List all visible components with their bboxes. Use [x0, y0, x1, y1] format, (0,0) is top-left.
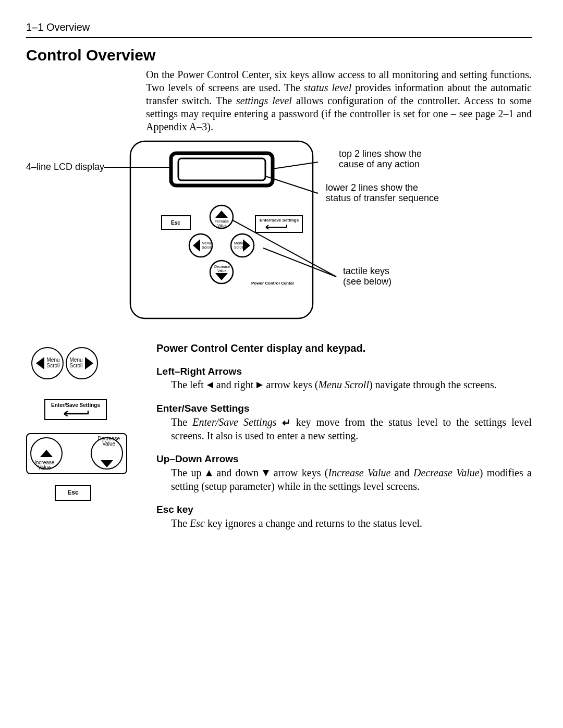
svg-text:Decrease: Decrease	[214, 265, 230, 268]
svg-text:Enter/Save Settings: Enter/Save Settings	[260, 218, 299, 223]
increase-decrease-keys-illustration: Increase Value Decrease Value	[26, 433, 130, 475]
svg-marker-31	[40, 450, 53, 457]
svg-marker-36	[263, 470, 269, 476]
esc-key-heading: Esc key	[156, 503, 532, 516]
svg-marker-35	[206, 470, 212, 476]
control-panel-diagram: 4–line LCD display top 2 lines show the …	[26, 139, 532, 329]
svg-text:Scroll: Scroll	[234, 245, 243, 249]
svg-marker-29	[36, 357, 44, 369]
enter-glyph-icon: ↵	[282, 416, 291, 429]
page-header: 1–1 Overview	[26, 21, 532, 38]
up-down-arrows-heading: Up–Down Arrows	[156, 453, 532, 465]
svg-marker-34	[256, 382, 263, 388]
esc-key-text: The Esc key ignores a change and returns…	[171, 517, 532, 530]
svg-text:Power Control Center: Power Control Center	[251, 281, 294, 286]
tactile-a: tactile keys	[343, 266, 389, 276]
top-note-a: top 2 lines show the	[339, 149, 422, 159]
svg-marker-33	[207, 382, 213, 388]
intro-paragraph: On the Power Control Center, six keys al…	[146, 68, 532, 133]
left-right-arrows-heading: Left–Right Arrows	[156, 365, 532, 378]
right-triangle-icon	[256, 379, 263, 392]
esc-key-icon: Esc	[55, 485, 91, 501]
figure-caption: Power Control Center display and keypad.	[156, 342, 532, 355]
svg-text:Scroll: Scroll	[202, 245, 211, 249]
left-arrow-key-icon: Menu Scroll	[31, 347, 64, 379]
up-triangle-icon	[205, 467, 213, 480]
svg-text:Menu: Menu	[234, 241, 243, 245]
tactile-b: (see below)	[343, 276, 391, 287]
top-note-b: cause of any action	[339, 159, 420, 169]
svg-line-4	[273, 162, 318, 169]
left-triangle-icon	[206, 379, 214, 392]
left-right-arrows-text: The left and right arrow keys (Menu Scro…	[171, 378, 532, 392]
bot-note-b: status of transfer sequence	[326, 193, 439, 203]
bot-note-a: lower 2 lines show the	[326, 182, 418, 193]
svg-text:Value: Value	[217, 269, 226, 273]
svg-line-5	[265, 176, 318, 193]
right-arrow-key-icon: Menu Scroll	[66, 347, 98, 379]
svg-text:Increase: Increase	[215, 219, 229, 223]
enter-save-heading: Enter/Save Settings	[156, 402, 532, 415]
svg-line-6	[263, 248, 336, 277]
svg-text:Esc: Esc	[171, 220, 180, 226]
svg-marker-30	[85, 357, 93, 369]
enter-save-text: The Enter/Save Settings ↵ key move from …	[171, 416, 532, 442]
page-title: Control Overview	[26, 45, 532, 65]
breadcrumb: 1–1 Overview	[26, 21, 90, 33]
down-triangle-icon	[262, 467, 270, 480]
svg-text:Menu: Menu	[202, 241, 211, 245]
lcd-label: 4–line LCD display	[26, 162, 104, 172]
svg-text:Value: Value	[217, 224, 226, 227]
svg-marker-32	[101, 460, 113, 467]
svg-rect-2	[178, 158, 265, 180]
up-down-arrows-text: The up and down arrow keys (Increase Val…	[171, 466, 532, 493]
menu-scroll-keys-illustration: Menu Scroll Menu Scroll	[31, 347, 98, 379]
enter-save-key-icon: Enter/Save Settings	[44, 399, 107, 420]
